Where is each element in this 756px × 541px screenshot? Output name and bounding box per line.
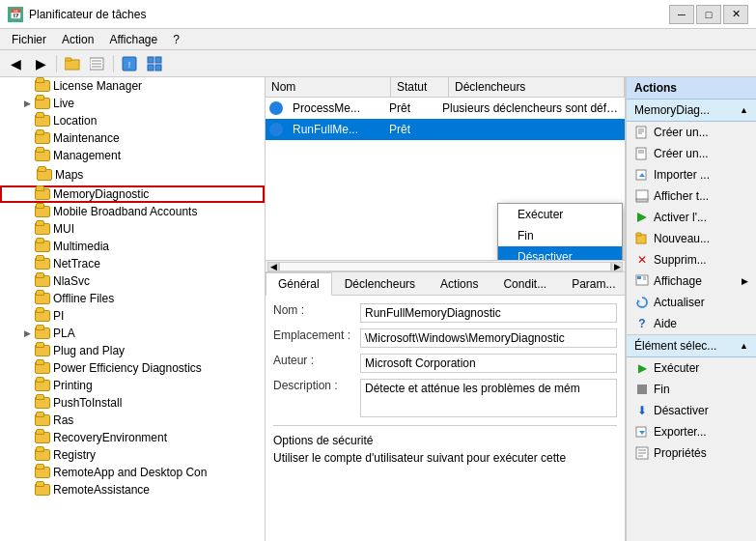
- detail-value-description[interactable]: Détecte et atténue les problèmes de mém: [360, 379, 617, 417]
- tree-item-location[interactable]: Location: [0, 112, 265, 129]
- tree-label: Live: [53, 97, 74, 110]
- action-fin[interactable]: Fin: [627, 379, 756, 400]
- context-menu-desactiver[interactable]: Désactiver: [498, 246, 622, 261]
- action-import[interactable]: Importer ...: [627, 164, 756, 185]
- tree-item-pi[interactable]: PI: [0, 307, 265, 325]
- maximize-button[interactable]: □: [696, 5, 721, 24]
- action-desactiver[interactable]: ⬇ Désactiver: [627, 400, 756, 421]
- col-header-statut[interactable]: Statut: [391, 77, 449, 97]
- scroll-track[interactable]: [279, 262, 611, 271]
- scroll-left-btn[interactable]: ◀: [267, 262, 279, 271]
- action-supprimer[interactable]: ✕ Supprim...: [627, 249, 756, 270]
- tree-item-remoteassistance[interactable]: RemoteAssistance: [0, 481, 265, 498]
- toolbar-folder-button[interactable]: [61, 53, 84, 74]
- tree-item-nettrace[interactable]: NetTrace: [0, 255, 265, 272]
- menu-affichage[interactable]: Affichage: [101, 31, 165, 48]
- toolbar-btn-5[interactable]: !: [118, 53, 141, 74]
- folder-icon: [35, 467, 50, 478]
- tree-item-printing[interactable]: Printing: [0, 377, 265, 394]
- context-menu-executer[interactable]: Exécuter: [498, 204, 622, 225]
- scroll-right-btn[interactable]: ▶: [611, 262, 623, 271]
- expand-icon: [19, 78, 35, 94]
- tree-panel[interactable]: License Manager ▶ Live Location Maintena…: [0, 77, 266, 541]
- task-row-2[interactable]: RunFullMe... Prêt: [266, 119, 625, 140]
- tree-item-memory-diagnostic[interactable]: MemoryDiagnostic: [0, 185, 265, 203]
- action-affichage[interactable]: Affichage ▶: [627, 270, 756, 292]
- action-exporter[interactable]: Exporter...: [627, 421, 756, 442]
- tab-param[interactable]: Param...: [559, 272, 625, 295]
- tab-general[interactable]: Général: [266, 272, 332, 296]
- section-2-label: Élément sélec...: [634, 339, 716, 353]
- folder-icon: [35, 150, 50, 161]
- detail-value-location[interactable]: \Microsoft\Windows\MemoryDiagnostic: [360, 328, 617, 348]
- toolbar-forward-button[interactable]: ▶: [29, 53, 52, 74]
- task-icon-1: [269, 101, 283, 115]
- tasks-scroll-bar[interactable]: ◀ ▶: [266, 261, 625, 272]
- action-activer[interactable]: Activer l'...: [627, 207, 756, 228]
- menu-action[interactable]: Action: [54, 31, 101, 48]
- close-button[interactable]: ✕: [723, 5, 748, 24]
- svg-text:!: !: [128, 60, 131, 70]
- tree-item-maps[interactable]: Maps: [0, 164, 265, 185]
- tree-item-plug-and-play[interactable]: Plug and Play: [0, 342, 265, 359]
- tree-item-ras[interactable]: Ras: [0, 412, 265, 429]
- tree-item-multimedia[interactable]: Multimedia: [0, 238, 265, 255]
- context-menu-fin[interactable]: Fin: [498, 225, 622, 246]
- toolbar-back-button[interactable]: ◀: [4, 53, 27, 74]
- task-row-1[interactable]: ProcessMe... Prêt Plusieurs déclencheurs…: [266, 98, 625, 119]
- tree-label: Power Efficiency Diagnostics: [53, 361, 202, 375]
- tasks-header: Nom Statut Déclencheurs: [266, 77, 625, 98]
- tab-actions[interactable]: Actions: [428, 272, 490, 295]
- executer-icon: ▶: [634, 360, 650, 376]
- detail-value-name[interactable]: RunFullMemoryDiagnostic: [360, 303, 617, 323]
- tree-item-remoteapp[interactable]: RemoteApp and Desktop Con: [0, 464, 265, 481]
- tree-label: Offline Files: [53, 292, 114, 305]
- action-aide[interactable]: ? Aide: [627, 313, 756, 334]
- detail-value-author[interactable]: Microsoft Corporation: [360, 354, 617, 373]
- action-actualiser[interactable]: Actualiser: [627, 292, 756, 313]
- tree-item-recovery[interactable]: RecoveryEnvironment: [0, 429, 265, 446]
- tree-item-nlasvc[interactable]: NlaSvc: [0, 272, 265, 290]
- col-header-declencheurs[interactable]: Déclencheurs: [449, 77, 625, 97]
- details-panel: Général Déclencheurs Actions Condit... P…: [266, 272, 625, 541]
- tree-item-maintenance[interactable]: Maintenance: [0, 129, 265, 147]
- toolbar-list-button[interactable]: [86, 53, 109, 74]
- minimize-button[interactable]: ─: [669, 5, 694, 24]
- detail-row-description: Description : Détecte et atténue les pro…: [273, 379, 617, 417]
- col-header-nom[interactable]: Nom: [266, 77, 391, 97]
- tree-item-live[interactable]: ▶ Live: [0, 95, 265, 112]
- tree-label: MUI: [53, 222, 74, 236]
- fin-icon: [634, 382, 650, 397]
- action-afficher[interactable]: Afficher t...: [627, 185, 756, 207]
- menu-help[interactable]: ?: [165, 31, 187, 48]
- action-proprietes[interactable]: Propriétés: [627, 442, 756, 464]
- folder-icon: [35, 414, 50, 426]
- actions-panel-title: Actions: [627, 77, 756, 100]
- window-title: Planificateur de tâches: [29, 8, 669, 21]
- svg-rect-22: [636, 199, 648, 202]
- tree-item-management[interactable]: Management: [0, 147, 265, 164]
- tree-item-license-manager[interactable]: License Manager: [0, 77, 265, 95]
- tree-item-mobile-broadband[interactable]: Mobile Broadband Accounts: [0, 203, 265, 220]
- toolbar-btn-6[interactable]: [143, 53, 166, 74]
- action-nouveau[interactable]: Nouveau...: [627, 228, 756, 249]
- menu-fichier[interactable]: Fichier: [4, 31, 54, 48]
- folder-icon: [35, 80, 50, 92]
- tree-item-mui[interactable]: MUI: [0, 220, 265, 238]
- tab-declencheurs[interactable]: Déclencheurs: [332, 272, 428, 295]
- action-desactiver-label: Désactiver: [654, 404, 709, 417]
- tree-item-pla[interactable]: ▶ PLA: [0, 325, 265, 342]
- tree-item-offline-files[interactable]: Offline Files: [0, 290, 265, 307]
- tree-item-registry[interactable]: Registry: [0, 446, 265, 464]
- tab-condit[interactable]: Condit...: [490, 272, 559, 295]
- action-executer[interactable]: ▶ Exécuter: [627, 357, 756, 379]
- svg-marker-23: [637, 213, 647, 222]
- action-create-1[interactable]: Créer un...: [627, 122, 756, 143]
- expand-icon: [19, 239, 35, 254]
- action-create-2[interactable]: Créer un...: [627, 143, 756, 164]
- tree-item-power-efficiency[interactable]: Power Efficiency Diagnostics: [0, 359, 265, 377]
- tree-item-pushtoinstall[interactable]: PushToInstall: [0, 394, 265, 412]
- expand-icon: [19, 221, 35, 237]
- main-layout: License Manager ▶ Live Location Maintena…: [0, 77, 756, 541]
- tree-label: Multimedia: [53, 240, 109, 253]
